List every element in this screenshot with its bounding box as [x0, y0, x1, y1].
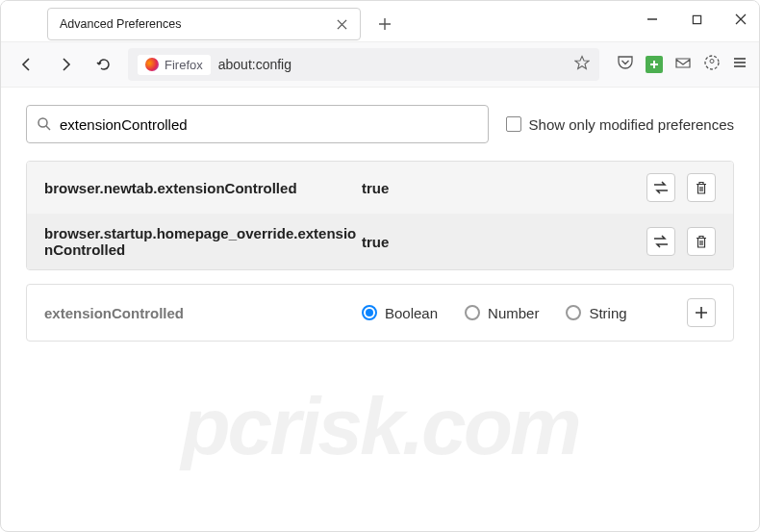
radio-icon: [465, 305, 480, 320]
toggle-button[interactable]: [646, 227, 675, 256]
firefox-icon: [145, 58, 159, 71]
close-tab-icon[interactable]: [335, 17, 348, 31]
extension-icon[interactable]: [646, 56, 663, 73]
search-box[interactable]: [26, 105, 489, 143]
titlebar: Advanced Preferences: [1, 1, 759, 41]
toggle-button[interactable]: [646, 173, 675, 202]
new-pref-name: extensionControlled: [44, 305, 362, 321]
reload-button[interactable]: [89, 50, 118, 79]
identity-label: Firefox: [165, 58, 203, 72]
watermark: pcrisk.com: [1, 380, 759, 473]
pref-value: true: [362, 180, 646, 196]
pref-name: browser.startup.homepage_override.extens…: [44, 225, 362, 258]
maximize-button[interactable]: [688, 11, 705, 28]
type-radios: Boolean Number String: [362, 305, 687, 321]
inbox-icon[interactable]: [674, 54, 692, 75]
search-row: Show only modified preferences: [26, 105, 734, 143]
forward-button[interactable]: [51, 50, 80, 79]
delete-button[interactable]: [687, 173, 716, 202]
preferences-list: browser.newtab.extensionControlled true …: [26, 161, 734, 270]
pref-name: browser.newtab.extensionControlled: [44, 180, 362, 196]
pref-value: true: [362, 234, 646, 250]
url-bar[interactable]: Firefox about:config: [128, 48, 599, 81]
new-tab-button[interactable]: [370, 10, 399, 38]
menu-button[interactable]: [732, 55, 747, 74]
svg-point-3: [38, 118, 47, 127]
svg-point-2: [710, 60, 714, 63]
search-input[interactable]: [60, 116, 478, 133]
toolbar-right: [617, 54, 747, 75]
bookmark-star-icon[interactable]: [574, 55, 590, 74]
back-button[interactable]: [13, 50, 41, 79]
radio-label: String: [589, 305, 626, 321]
checkbox-icon: [506, 116, 521, 132]
browser-tab[interactable]: Advanced Preferences: [47, 8, 361, 40]
pref-row[interactable]: browser.startup.homepage_override.extens…: [27, 214, 733, 269]
pref-row[interactable]: browser.newtab.extensionControlled true: [27, 162, 733, 214]
checkbox-label: Show only modified preferences: [529, 116, 734, 133]
pref-actions: [646, 227, 716, 256]
radio-selected-icon: [362, 305, 377, 320]
tab-title: Advanced Preferences: [60, 17, 181, 31]
new-pref-row: extensionControlled Boolean Number Strin…: [26, 284, 734, 342]
add-pref-button[interactable]: [687, 298, 716, 327]
account-icon[interactable]: [703, 54, 721, 75]
window-controls: [644, 11, 749, 28]
navbar: Firefox about:config: [1, 41, 759, 88]
close-window-button[interactable]: [732, 11, 749, 28]
pref-actions: [646, 173, 716, 202]
type-radio-boolean[interactable]: Boolean: [362, 305, 438, 321]
minimize-button[interactable]: [644, 11, 661, 28]
type-radio-number[interactable]: Number: [465, 305, 539, 321]
url-text: about:config: [218, 57, 567, 72]
radio-label: Boolean: [385, 305, 438, 321]
content: Show only modified preferences browser.n…: [1, 88, 759, 359]
svg-rect-0: [693, 15, 700, 23]
delete-button[interactable]: [687, 227, 716, 256]
radio-label: Number: [488, 305, 539, 321]
type-radio-string[interactable]: String: [566, 305, 626, 321]
pocket-icon[interactable]: [617, 54, 634, 75]
radio-icon: [566, 305, 581, 320]
modified-only-checkbox[interactable]: Show only modified preferences: [506, 116, 734, 133]
search-icon: [37, 116, 52, 132]
site-identity[interactable]: Firefox: [138, 55, 211, 75]
